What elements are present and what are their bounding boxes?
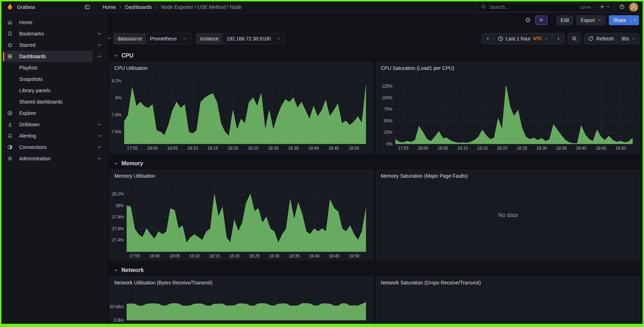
svg-text:18:30: 18:30 [269,254,280,259]
section-header-cpu[interactable]: CPU [110,49,640,62]
share-dropdown-button[interactable] [631,15,639,25]
sidebar-item-connections[interactable]: Connections [3,142,93,153]
sidebar: HomeBookmarksStarredDashboardsPlaylistsS… [1,13,107,324]
timezone-label: UTC [533,36,542,41]
section-header-memory[interactable]: Memory [110,157,640,170]
dashboard-panels: CPUCPU Utilisation8.2%8%7.8%7.6%17:5518:… [110,49,640,324]
svg-text:18:05: 18:05 [437,146,448,151]
panel-network-saturation-drops-receive-transmit-: Network Saturation (Drops Receive/Transm… [376,277,640,324]
star-icon [525,17,531,24]
avatar[interactable] [629,2,638,12]
refresh-label: Refresh [596,36,613,41]
sidebar-item-starred[interactable]: Starred [3,39,93,51]
export-label: Export [580,17,595,23]
sidebar-item-label: Administration [19,156,51,161]
variable-label: datasource [114,33,146,44]
timeseries-chart[interactable]: 8.2%8%7.8%7.6%17:5518:0018:0518:1018:151… [110,62,373,154]
sidebar-item-dashboards[interactable]: Dashboards [3,51,93,62]
svg-text:18:15: 18:15 [208,146,218,151]
share-button[interactable]: Share [609,15,631,25]
panel-title[interactable]: Network Saturation (Drops Receive/Transm… [381,280,481,286]
sidebar-item-label: Bookmarks [19,31,44,37]
sidebar-item-shared-dashboards[interactable]: Shared dashboards [3,96,93,107]
kiosk-mode-button[interactable] [535,16,547,25]
variable-value[interactable]: Prometheus [146,33,190,44]
edit-button[interactable]: Edit [556,15,573,25]
swap-arrows-icon [539,17,544,24]
new-button[interactable] [599,3,611,11]
sidebar-item-home[interactable]: Home [3,17,93,28]
chevron-down-icon [113,268,118,273]
svg-text:28%: 28% [115,203,124,208]
favorite-button[interactable] [523,15,533,26]
no-data-message: No data [377,170,640,260]
time-back-button[interactable] [482,33,494,44]
section-header-network[interactable]: Network [110,264,640,277]
refresh-interval-picker[interactable]: 30s [617,33,639,44]
svg-text:7.6%: 7.6% [112,129,121,134]
sidebar-row: Starred [1,39,107,51]
svg-text:18:15: 18:15 [209,254,220,259]
chevron-down-icon [597,18,602,22]
sidebar-item-label: Playlists [19,65,37,71]
panel-title[interactable]: Network Utilisation (Bytes Receive/Trans… [114,280,212,286]
panel-memory-saturation-major-page-faults-: Memory Saturation (Major Page Faults)No … [376,170,640,260]
star-icon [7,42,13,48]
svg-text:27.6%: 27.6% [112,226,124,231]
sidebar-item-label: Connections [19,144,47,150]
time-picker-group: Last 1 hour UTC [481,33,565,44]
time-forward-button[interactable] [552,33,564,44]
chevron-up-icon[interactable] [97,54,102,59]
sidebar-item-playlists[interactable]: Playlists [3,62,93,73]
chevron-down-icon[interactable] [97,31,102,37]
sidebar-item-library-panels[interactable]: Library panels [3,85,93,96]
chevron-down-icon[interactable] [97,122,102,127]
sidebar-item-administration[interactable]: Administration [3,153,93,164]
search-placeholder: Search... [489,4,509,10]
refresh-button[interactable]: Refresh [584,33,617,44]
svg-text:7.8%: 7.8% [112,112,121,117]
controls-collapse-icon[interactable] [107,36,112,41]
panel-title[interactable]: CPU Utilisation [114,65,148,71]
chevron-down-icon[interactable] [97,144,102,150]
time-range-picker[interactable]: Last 1 hour UTC [494,33,552,44]
sidebar-item-alerting[interactable]: Alerting [3,130,93,142]
breadcrumb-item[interactable]: Home [103,4,116,10]
dock-menu-icon[interactable] [84,4,90,10]
timeseries-chart[interactable]: 125%100%75%50%25%0%17:5518:0018:0518:101… [377,62,640,154]
timeseries-chart[interactable]: 28.2%28%27.8%27.6%27.4%17:5518:0018:0518… [110,170,373,260]
svg-text:18:30: 18:30 [268,146,279,151]
plus-icon [599,4,605,11]
panel-title[interactable]: Memory Utilisation [114,173,155,179]
chevron-down-icon [113,53,118,58]
zoom-out-button[interactable] [568,33,581,44]
variable-value[interactable]: 192.168.72.30:9100 [223,33,285,44]
search-input[interactable]: Search... ctrl+k [477,3,595,12]
sidebar-item-explore[interactable]: Explore [3,107,93,119]
brand-area: Grafana [1,3,93,11]
breadcrumb-item[interactable]: Dashboards [125,4,152,10]
chevron-down-icon[interactable] [97,156,102,161]
panel-cpu-saturation-load1-per-cpu-: CPU Saturation (Load1 per CPU)125%100%75… [376,62,640,154]
grafana-logo[interactable] [6,3,13,11]
svg-text:8.2%: 8.2% [112,78,121,83]
export-button[interactable]: Export [576,15,606,25]
svg-text:18:45: 18:45 [328,146,339,151]
chevron-down-icon[interactable] [97,133,102,139]
refresh-icon [588,36,594,41]
variable-datasource[interactable]: datasourcePrometheus [113,33,191,44]
sidebar-item-label: Snapshots [19,76,43,82]
sidebar-item-bookmarks[interactable]: Bookmarks [3,28,93,39]
svg-text:18:35: 18:35 [288,146,299,151]
breadcrumb-item: Node Exporter / USE Method / Node [161,4,241,10]
sidebar-item-snapshots[interactable]: Snapshots [3,73,93,85]
breadcrumb: HomeDashboardsNode Exporter / USE Method… [93,4,241,10]
chevron-down-icon[interactable] [97,42,102,48]
top-navbar: Grafana HomeDashboardsNode Exporter / US… [1,1,643,13]
variable-instance[interactable]: instance192.168.72.30:9100 [196,33,285,44]
panel-title[interactable]: CPU Saturation (Load1 per CPU) [381,65,454,71]
sidebar-item-drilldown[interactable]: Drilldown [3,119,93,130]
panel-title[interactable]: Memory Saturation (Major Page Faults) [381,173,468,179]
dashboard-scroll-area[interactable]: datasourcePrometheusinstance192.168.72.3… [107,27,643,324]
help-button[interactable] [618,3,626,11]
